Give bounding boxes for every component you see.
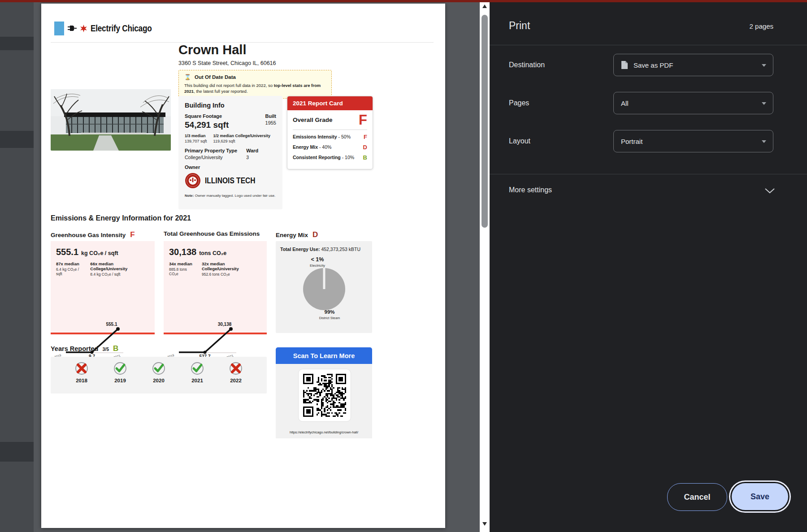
print-dialog: Print 2 pages Destination Save as PDF Pa…: [490, 0, 807, 532]
building-address: 3360 S State Street, Chicago IL, 60616: [178, 60, 276, 66]
ghg-intensity-sparkline: 555.1 9.7 2019 2021: [51, 316, 155, 361]
total-ghg-title: Total Greenhouse Gas Emissions: [164, 230, 260, 237]
pages-select[interactable]: All: [613, 92, 773, 114]
clock-icon: ⌛: [184, 74, 191, 80]
property-type-value: College/University: [185, 155, 237, 160]
report-card-row: Consistent Reporting - 10% B: [293, 154, 367, 161]
energy-mix-card: Total Energy Use: 452,373,253 kBTU < 1% …: [276, 241, 372, 333]
overall-grade-label: Overall Grade: [293, 117, 333, 123]
ward-label: Ward: [246, 148, 258, 153]
owner-note: Note: Owner manually tagged. Logo used u…: [185, 194, 276, 198]
grade-letter: B: [113, 344, 118, 353]
total-ghg-card: 30,138 tons CO₂e 34x median885.8 tons CO…: [164, 241, 267, 334]
energy-mix-title: Energy Mix D: [276, 230, 318, 239]
warning-title: Out Of Date Data: [195, 74, 236, 80]
grade-letter: D: [312, 230, 318, 239]
brand-header: Electrify Chicago: [54, 21, 165, 36]
pdf-file-icon: [621, 61, 628, 69]
print-dialog-title: Print: [509, 20, 530, 32]
energy-mix-pie-chart: [303, 268, 345, 310]
scrollbar-thumb[interactable]: [482, 15, 488, 228]
warning-text: This building did not report full data i…: [184, 82, 326, 95]
ward-value: 3: [246, 155, 258, 160]
grade-letter: F: [364, 134, 367, 140]
built-value: 1955: [265, 120, 276, 130]
property-type-label: Primary Property Type: [185, 148, 237, 153]
grade-letter: F: [130, 230, 134, 239]
owner-label: Owner: [185, 164, 276, 170]
years-reported-card: 2018 2019 2020: [51, 357, 267, 394]
median-1-label: 1/3 median: [185, 134, 207, 138]
page-count: 2 pages: [750, 22, 773, 30]
destination-label: Destination: [509, 61, 545, 69]
median-1-value: 139,707 sqft: [185, 139, 207, 143]
chevron-down-icon: [762, 64, 766, 67]
electricity-pct: < 1%: [299, 256, 335, 263]
screen: Electrify Chicago Crown Hall 3360 S Stat…: [0, 0, 807, 532]
layout-select[interactable]: Portrait: [613, 130, 773, 152]
building-info-heading: Building Info: [185, 102, 276, 109]
total-energy-use: Total Energy Use: 452,373,253 kBTU: [280, 247, 360, 252]
year-item: 2020: [151, 361, 166, 394]
background-block: [0, 131, 34, 148]
background-page-edge: [0, 0, 34, 532]
qr-code: [303, 374, 346, 417]
total-ghg-value: 30,138: [169, 247, 196, 257]
chevron-down-icon: [762, 102, 766, 105]
scan-to-learn-more-header: Scan To Learn More: [276, 347, 372, 364]
cancel-button[interactable]: Cancel: [667, 483, 727, 511]
preview-scrollbar[interactable]: [480, 0, 490, 532]
year-item: 2021: [190, 361, 205, 394]
dialog-divider: [490, 174, 807, 174]
grade-letter: B: [363, 154, 367, 161]
report-card-row: Energy Mix - 40% D: [293, 144, 367, 151]
ghg-intensity-value: 555.1: [56, 247, 78, 257]
electricity-label: Electricity: [299, 264, 335, 268]
building-photo: [51, 89, 171, 151]
median-2-label: 1/2 median College/University: [213, 134, 271, 138]
background-block: [0, 37, 34, 50]
report-card-row: Emissions Intensity - 50% F: [293, 134, 367, 140]
print-preview-page: Electrify Chicago Crown Hall 3360 S Stat…: [41, 4, 445, 528]
year-item: 2018: [74, 361, 89, 394]
logo-blue-rect: [54, 22, 64, 35]
chicago-star-icon: [80, 25, 87, 32]
qr-code-box: [298, 369, 351, 422]
years-reported-heading: Years Reported 3/5 B: [51, 344, 118, 353]
total-ghg-sparkline: 30,138 527.7 2019 2021: [164, 316, 267, 361]
emissions-section-heading: Emissions & Energy Information for 2021: [51, 214, 191, 222]
square-footage-label: Square Footage: [185, 113, 222, 119]
overall-grade-value: F: [359, 114, 367, 126]
owner-name: ILLINOIS TECH: [205, 176, 256, 186]
building-url: https://electrifychicago.net/building/cr…: [276, 430, 372, 434]
not-reported-x-icon: [232, 365, 239, 372]
scroll-up-arrow[interactable]: [482, 4, 487, 8]
building-info-card: Building Info Square Footage Built 54,29…: [178, 96, 282, 209]
district-steam-pct: 99%: [312, 309, 347, 315]
layout-label: Layout: [509, 137, 530, 145]
square-footage-value: 54,291 sqft: [185, 120, 229, 130]
ghg-intensity-title: Greenhouse Gas Intensity F: [51, 230, 135, 239]
report-card-header: 2021 Report Card: [287, 96, 373, 110]
reported-check-icon: [155, 365, 163, 371]
plug-icon: [67, 25, 77, 32]
chevron-down-icon[interactable]: [765, 188, 775, 194]
background-block: [0, 442, 34, 462]
more-settings-toggle[interactable]: More settings: [509, 186, 552, 194]
built-label: Built: [265, 113, 276, 119]
district-steam-label: District Steam: [312, 316, 347, 320]
ghg-intensity-card: 555.1 kg CO₂e / sqft 87x median6.4 kg CO…: [51, 241, 155, 334]
not-reported-x-icon: [78, 365, 85, 372]
reported-check-icon: [194, 365, 201, 371]
qr-section: https://electrifychicago.net/building/cr…: [276, 364, 372, 438]
destination-select[interactable]: Save as PDF: [613, 54, 773, 76]
site-header-bar: [0, 0, 807, 2]
chevron-down-icon: [762, 140, 766, 143]
out-of-date-warning: ⌛ Out Of Date Data This building did not…: [178, 70, 332, 99]
scroll-down-arrow[interactable]: [482, 522, 487, 526]
save-button[interactable]: Save: [732, 483, 788, 510]
reported-check-icon: [117, 365, 124, 371]
grade-letter: D: [363, 144, 367, 151]
report-card-divider: [293, 130, 367, 130]
median-2-value: 119,629 sqft: [213, 139, 271, 143]
